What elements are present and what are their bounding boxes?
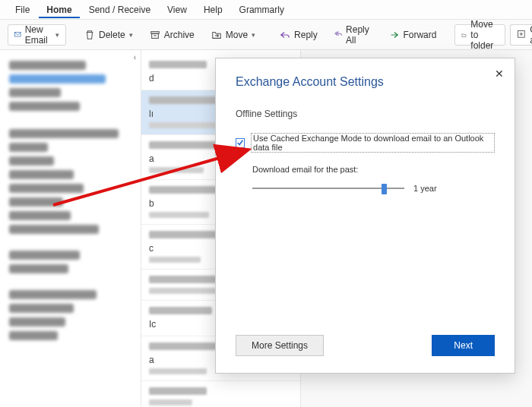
section-label: Offline Settings [236, 109, 495, 119]
collapse-nav-icon[interactable]: ‹ [134, 53, 136, 62]
menu-file[interactable]: File [8, 2, 37, 18]
delete-label: Delete [99, 30, 125, 40]
reply-label: Reply [294, 30, 318, 40]
slider-value: 1 year [413, 184, 437, 193]
chevron-down-icon: ▾ [129, 31, 133, 39]
menu-sendreceive[interactable]: Send / Receive [81, 2, 158, 18]
reply-all-button[interactable]: Reply All [328, 24, 378, 46]
forward-button[interactable]: Forward [382, 24, 442, 46]
create-button[interactable]: Create a [510, 24, 532, 46]
download-label: Download email for the past: [252, 165, 495, 174]
reply-button[interactable]: Reply [274, 24, 324, 46]
chevron-down-icon: ▾ [252, 31, 255, 39]
delete-button[interactable]: Delete ▾ [78, 24, 139, 46]
exchange-settings-dialog: ✕ Exchange Account Settings Offline Sett… [215, 58, 515, 374]
list-item[interactable] [141, 381, 300, 407]
more-settings-button[interactable]: More Settings [236, 335, 324, 356]
forward-icon [388, 30, 399, 40]
menu-view[interactable]: View [160, 2, 195, 18]
reply-all-icon [334, 30, 342, 40]
reply-all-label: Reply All [346, 24, 372, 46]
archive-icon [150, 30, 160, 40]
move-to-folder-label: Move to folder [470, 19, 499, 51]
folder-nav: ‹ [0, 50, 141, 407]
menu-home[interactable]: Home [39, 2, 79, 18]
close-button[interactable]: ✕ [492, 65, 507, 83]
move-button[interactable]: Move ▾ [205, 24, 261, 46]
dialog-title: Exchange Account Settings [236, 75, 495, 89]
toolbar: New Email ▾ Delete ▾ Archive Move ▾ Repl… [0, 20, 532, 50]
folder-icon [461, 30, 467, 40]
archive-button[interactable]: Archive [144, 24, 201, 46]
reply-icon [280, 30, 290, 40]
new-email-label: New Email [25, 24, 52, 46]
menu-bar: File Home Send / Receive View Help Gramm… [0, 0, 532, 20]
move-label: Move [226, 30, 248, 40]
folder-move-icon [211, 30, 222, 40]
download-range-slider[interactable] [252, 183, 404, 194]
cached-mode-label: Use Cached Exchange Mode to download ema… [251, 133, 495, 153]
move-to-folder-button[interactable]: Move to folder [454, 24, 505, 46]
menu-help[interactable]: Help [196, 2, 230, 18]
next-button[interactable]: Next [432, 335, 495, 356]
new-email-button[interactable]: New Email ▾ [8, 24, 66, 46]
mail-icon [14, 30, 21, 40]
create-icon [517, 30, 526, 40]
chevron-down-icon: ▾ [55, 31, 59, 39]
svg-rect-0 [15, 32, 21, 36]
menu-grammarly[interactable]: Grammarly [232, 2, 292, 18]
trash-icon [84, 30, 95, 40]
archive-label: Archive [164, 30, 195, 40]
cached-mode-checkbox[interactable] [236, 138, 245, 148]
forward-label: Forward [403, 30, 436, 40]
